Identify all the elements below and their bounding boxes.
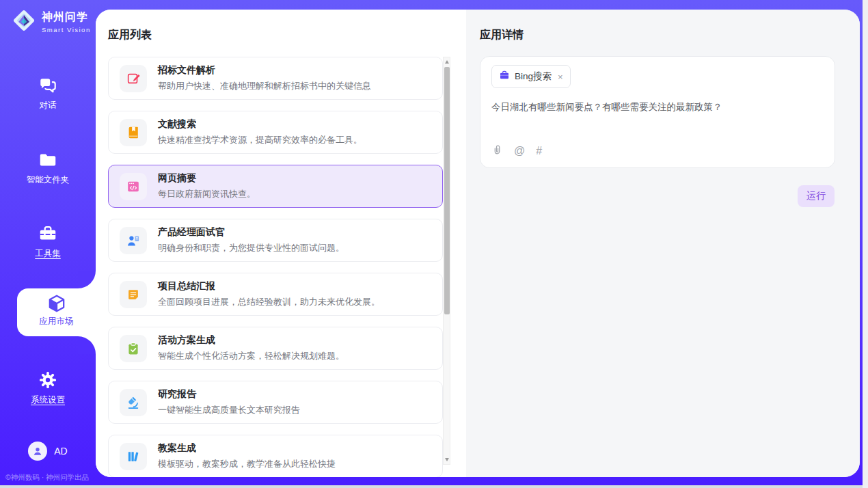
hash-icon[interactable]: # [536,145,542,157]
gear-icon [38,370,58,390]
sidebar-item-smart-folder[interactable]: 智能文件夹 [0,150,96,186]
app-window: 神州问学 Smart Vision 对话 智能文件夹 [0,0,868,488]
app-card-web-summary[interactable]: 网页摘要 每日政府新闻资讯快查。 [108,165,443,208]
tool-tag-label: Bing搜索 [515,70,552,83]
cube-icon [46,293,67,314]
sidebar-item-label: 应用市场 [17,316,96,327]
close-icon[interactable]: × [558,72,563,82]
tab-curve-bottom [78,336,96,354]
sidebar-item-app-market[interactable]: 应用市场 [17,288,96,336]
brand-subtitle: Smart Vision [42,26,91,33]
app-cards: 招标文件解析 帮助用户快速、准确地理解和解析招标书中的关键信息 文献搜索 [108,57,443,477]
sidebar: 神州问学 Smart Vision 对话 智能文件夹 [0,0,96,488]
app-name: 项目总结汇报 [158,280,380,293]
app-detail-title: 应用详情 [480,28,524,42]
clipboard-check-icon [120,335,147,362]
sidebar-item-label: 智能文件夹 [0,174,96,186]
brand-name: 神州问学 [42,10,91,25]
sidebar-item-label: 对话 [0,100,96,111]
copyright-text: ©神州数码 · 神州问学出品 [5,473,89,483]
app-detail-panel: 应用详情 Bing搜索 × 今日湖北有哪些新闻要点？有哪些需要关注的最新政策？ [466,10,860,477]
app-card-literature-search[interactable]: 文献搜索 快速精准查找学术资源，提高研究效率的必备工具。 [108,111,443,154]
book-icon [120,119,147,146]
app-card-lesson-plan[interactable]: 教案生成 模板驱动，教案秒成，教学准备从此轻松快捷 [108,435,443,477]
sidebar-item-toolset[interactable]: 工具集 [0,223,96,260]
app-name: 招标文件解析 [158,64,371,77]
sidebar-item-label: 工具集 [0,248,96,260]
paperclip-icon[interactable] [491,144,503,158]
app-card-pm-interviewer[interactable]: 产品经理面试官 明确身份和职责，为您提供专业性的面试问题。 [108,219,443,262]
app-desc: 智能生成个性化活动方案，轻松解决规划难题。 [158,350,344,362]
list-scrollbar[interactable] [443,57,450,465]
interviewer-icon [120,227,147,254]
toolbox-icon [38,223,58,244]
user-initials: AD [54,446,67,457]
app-desc: 模板驱动，教案秒成，教学准备从此轻松快捷 [158,458,336,470]
brand-text: 神州问学 Smart Vision [42,10,91,33]
chat-icon [38,75,58,96]
prompt-composer: Bing搜索 × 今日湖北有哪些新闻要点？有哪些需要关注的最新政策？ @ # [480,56,835,168]
brand-logo: 神州问学 Smart Vision [11,8,91,36]
prompt-input[interactable]: 今日湖北有哪些新闻要点？有哪些需要关注的最新政策？ [491,100,824,114]
composer-toolbar: @ # [491,144,542,158]
scrollbar-thumb[interactable] [444,67,450,314]
at-icon[interactable]: @ [514,145,525,157]
edit-doc-icon [120,65,147,92]
app-name: 研究报告 [158,388,300,401]
app-card-project-summary[interactable]: 项目总结汇报 全面回顾项目进展，总结经验教训，助力未来优化发展。 [108,273,443,316]
app-name: 教案生成 [158,442,336,455]
tool-tag-bing-search[interactable]: Bing搜索 × [491,65,571,88]
app-name: 产品经理面试官 [158,226,344,239]
app-card-bid-document-parse[interactable]: 招标文件解析 帮助用户快速、准确地理解和解析招标书中的关键信息 [108,57,443,100]
diamond-logo-icon [11,8,37,36]
note-icon [120,281,147,308]
app-desc: 明确身份和职责，为您提供专业性的面试问题。 [158,242,344,254]
app-name: 文献搜索 [158,118,362,131]
sidebar-item-chat[interactable]: 对话 [0,75,96,111]
books-icon [120,443,147,470]
app-desc: 每日政府新闻资讯快查。 [158,188,256,200]
app-card-research-report[interactable]: 研究报告 一键智能生成高质量长文本研究报告 [108,381,443,424]
app-desc: 快速精准查找学术资源，提高研究效率的必备工具。 [158,134,362,146]
window-edge [863,0,868,488]
app-desc: 全面回顾项目进展，总结经验教训，助力未来优化发展。 [158,296,380,308]
microscope-icon [120,389,147,416]
main-content: 应用列表 招标文件解析 帮助用户快速、准确地理解和解析招标书中的关键信息 [96,10,860,477]
avatar [28,442,47,461]
user-account[interactable]: AD [0,442,96,461]
browser-code-icon [120,173,147,200]
app-desc: 帮助用户快速、准确地理解和解析招标书中的关键信息 [158,80,371,92]
sidebar-item-label: 系统设置 [0,394,96,406]
scroll-down-arrow-icon[interactable] [445,458,449,461]
run-button[interactable]: 运行 [798,185,835,207]
app-name: 活动方案生成 [158,334,344,347]
app-list-panel: 应用列表 招标文件解析 帮助用户快速、准确地理解和解析招标书中的关键信息 [96,10,466,477]
app-desc: 一键智能生成高质量长文本研究报告 [158,404,300,416]
tab-curve-top [78,271,96,288]
scroll-up-arrow-icon[interactable] [445,60,449,64]
app-card-event-plan[interactable]: 活动方案生成 智能生成个性化活动方案，轻松解决规划难题。 [108,327,443,370]
sidebar-item-settings[interactable]: 系统设置 [0,370,96,406]
app-name: 网页摘要 [158,172,256,185]
app-list-title: 应用列表 [108,28,152,42]
folder-icon [38,150,58,170]
briefcase-icon [499,70,510,83]
